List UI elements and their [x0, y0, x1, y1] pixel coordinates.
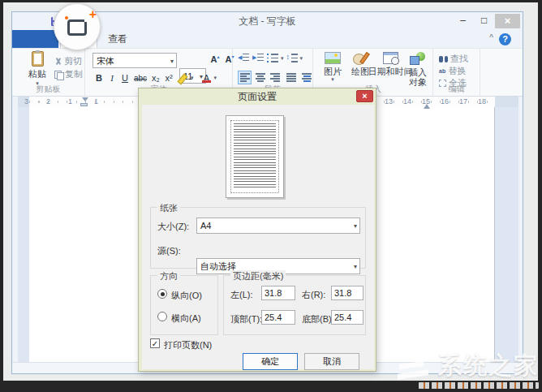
ok-button[interactable]: 确定	[243, 353, 298, 370]
paste-label: 粘贴	[28, 68, 46, 80]
alignment-row	[238, 71, 313, 84]
clipboard-icon	[32, 51, 44, 67]
margin-left-input[interactable]	[261, 286, 295, 300]
strikethrough-button[interactable]: abc	[131, 74, 149, 83]
margin-right-label: 右(R):	[302, 289, 325, 301]
paragraph-row1: ◀ ▶ ▾ ▾	[238, 53, 303, 63]
tab-view[interactable]: 查看	[99, 30, 136, 48]
paragraph-dialog-button[interactable]	[299, 71, 313, 84]
file-menu-button[interactable]	[12, 30, 58, 48]
ruler-number: 1	[94, 97, 98, 106]
ruler-number: 18	[478, 97, 486, 106]
portrait-radio[interactable]	[157, 289, 167, 299]
ruler-number: 2	[46, 97, 50, 106]
line-spacing-icon[interactable]	[286, 53, 298, 63]
margin-left-label: 左(L):	[230, 289, 253, 301]
clipboard-group: 粘贴 ▾ 剪切 复制 剪贴板	[12, 49, 85, 96]
site-watermark-row: 系统之家	[394, 350, 539, 381]
orientation-groupbox: 方向 纵向(O) 横向(A)	[150, 275, 218, 335]
page-setup-dialog: 页面设置 × 纸张 大小(Z): A4 ▾ 源(S): 自动选择 ▾ 方向 纵向…	[138, 88, 376, 372]
list-icon[interactable]	[267, 53, 278, 63]
cut-button[interactable]: 剪切	[54, 55, 82, 67]
justify-button[interactable]	[284, 71, 298, 84]
chevron-down-icon: ▾	[354, 263, 357, 270]
replace-button[interactable]: ab 替换	[439, 65, 466, 77]
binoculars-icon	[439, 56, 448, 62]
picture-dropdown-icon: ▾	[331, 76, 334, 83]
help-icon[interactable]: ?	[499, 33, 511, 45]
maximize-button[interactable]: □	[474, 14, 494, 28]
right-indent-marker[interactable]	[424, 101, 430, 109]
page-preview	[226, 115, 284, 198]
print-page-numbers-checkbox[interactable]: ✓	[150, 338, 160, 348]
ruler-number: 16	[441, 97, 449, 106]
highlight-dropdown-icon[interactable]: ▾	[191, 75, 194, 81]
close-button[interactable]: ×	[495, 14, 520, 28]
insert-datetime-button[interactable]: 日期和时间	[372, 52, 408, 76]
font-color-button[interactable]: A	[200, 73, 213, 83]
decrease-indent-icon[interactable]: ◀	[238, 53, 250, 63]
page-preview-border	[230, 120, 279, 193]
increase-indent-icon[interactable]: ▶	[252, 53, 265, 63]
object-icon	[410, 52, 426, 65]
paper-size-select[interactable]: A4 ▾	[196, 218, 360, 234]
replace-icon: ab	[439, 68, 445, 74]
site-logo-icon	[394, 350, 435, 381]
underline-button[interactable]: U	[118, 73, 131, 83]
chevron-down-icon: ▾	[354, 222, 357, 230]
crop-icon	[67, 19, 87, 36]
font-color-dropdown-icon[interactable]: ▾	[214, 75, 217, 81]
paper-size-label: 大小(Z):	[157, 221, 189, 233]
collapse-ribbon-icon[interactable]: ^	[489, 33, 493, 42]
margin-top-label: 顶部(T):	[230, 313, 262, 325]
list-dropdown-icon[interactable]: ▾	[281, 55, 284, 62]
orange-dot-icon	[65, 16, 68, 19]
dialog-close-button[interactable]: ×	[356, 90, 373, 102]
calendar-clock-icon	[383, 52, 398, 64]
site-watermark-caption	[419, 382, 539, 389]
ruler-number: 17	[459, 97, 467, 106]
cancel-button[interactable]: 取消	[304, 353, 359, 370]
align-right-button[interactable]	[269, 71, 282, 84]
paste-button[interactable]: 粘贴 ▾	[23, 51, 52, 87]
find-button[interactable]: 查找	[439, 53, 468, 65]
margin-right-input[interactable]	[331, 286, 363, 300]
minimize-button[interactable]: –	[453, 14, 473, 28]
paper-groupbox: 纸张 大小(Z): A4 ▾ 源(S): 自动选择 ▾	[150, 207, 366, 269]
left-indent-marker[interactable]	[80, 103, 88, 106]
font-format-row: B I U abc x₂ x² ▾ A ▾	[92, 71, 217, 84]
align-left-button[interactable]	[238, 71, 252, 84]
copy-icon	[54, 71, 62, 79]
site-watermark: 系统之家	[394, 350, 539, 389]
bold-button[interactable]: B	[92, 73, 105, 83]
paper-source-label: 源(S):	[157, 245, 181, 257]
margins-groupbox: 页边距(毫米) 左(L): 右(R): 顶部(T): 底部(B):	[223, 275, 366, 335]
copy-button[interactable]: 复制	[54, 68, 83, 80]
cut-icon	[54, 58, 62, 66]
align-center-button[interactable]	[253, 71, 267, 84]
dialog-titlebar[interactable]: 页面设置	[139, 88, 376, 105]
italic-button[interactable]: I	[105, 73, 118, 83]
margins-group-label: 页边距(毫米)	[230, 270, 286, 282]
print-page-numbers-label[interactable]: 打印页数(N)	[164, 339, 212, 351]
font-family-combo[interactable]: 宋体 ▾	[92, 53, 177, 68]
margin-bottom-input[interactable]	[331, 310, 363, 325]
ruler-number: 14	[403, 97, 411, 106]
insert-object-button[interactable]: 插入对象	[407, 52, 428, 87]
line-spacing-dropdown-icon[interactable]: ▾	[300, 55, 303, 62]
landscape-label[interactable]: 横向(A)	[171, 312, 201, 325]
portrait-label[interactable]: 纵向(O)	[171, 290, 202, 302]
site-watermark-text: 系统之家	[438, 351, 539, 379]
grow-font-button[interactable]: A▴	[209, 54, 222, 67]
margin-top-input[interactable]	[261, 310, 295, 325]
chevron-down-icon: ▾	[170, 57, 174, 64]
insert-picture-button[interactable]: 图片 ▾	[319, 52, 346, 83]
highlight-pen-icon[interactable]	[179, 73, 190, 83]
paint-palette-icon	[353, 52, 368, 64]
subscript-button[interactable]: x₂	[149, 73, 162, 83]
landscape-radio[interactable]	[157, 312, 167, 321]
superscript-button[interactable]: x²	[162, 73, 175, 83]
dialog-body: 纸张 大小(Z): A4 ▾ 源(S): 自动选择 ▾ 方向 纵向(O) 横向(…	[142, 105, 374, 369]
screenshot-tool-watermark: +	[54, 3, 101, 50]
clipboard-group-label: 剪贴板	[12, 84, 84, 95]
